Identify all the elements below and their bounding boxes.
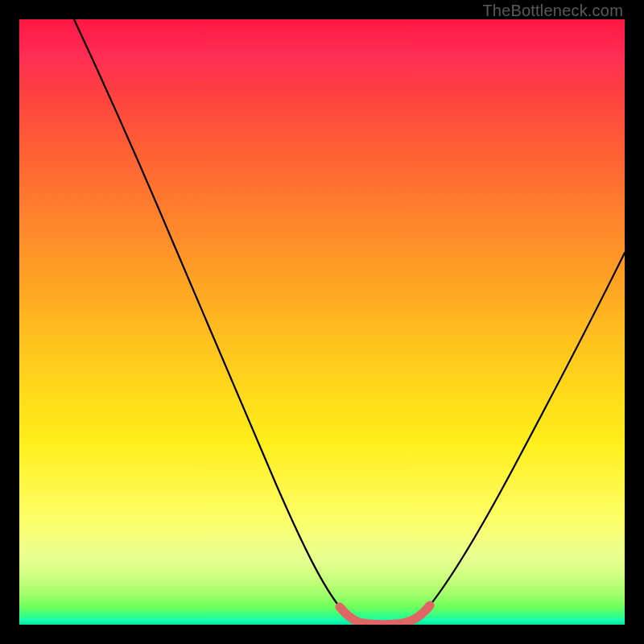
curve-bottom-highlight xyxy=(340,605,430,625)
bottleneck-curve xyxy=(19,19,625,625)
chart-frame: TheBottleneck.com xyxy=(0,0,644,644)
plot-area xyxy=(19,19,625,625)
attribution-text: TheBottleneck.com xyxy=(482,2,623,20)
curve-right-icon xyxy=(430,253,625,605)
curve-left-icon xyxy=(74,19,340,607)
